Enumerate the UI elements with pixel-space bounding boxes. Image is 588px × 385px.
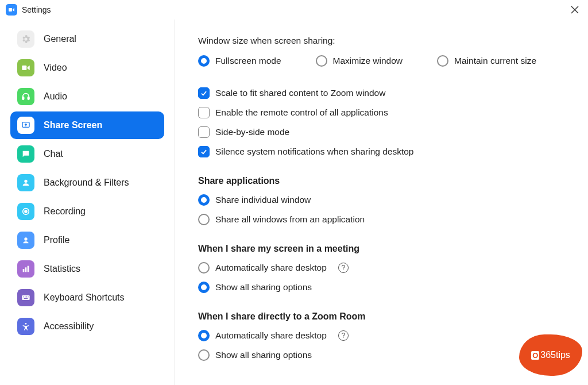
sidebar-item-label: Keyboard Shortcuts xyxy=(44,292,125,303)
radio-share-individual[interactable]: Share individual window xyxy=(198,194,565,206)
share-screen-icon xyxy=(17,117,34,134)
radio-fullscreen[interactable]: Fullscreen mode xyxy=(198,55,281,67)
share-apps-heading: Share applications xyxy=(198,176,565,186)
radio-icon xyxy=(198,55,210,67)
radio-meeting-showall[interactable]: Show all sharing options xyxy=(198,282,565,293)
sidebar-item-label: Video xyxy=(44,63,67,73)
profile-icon xyxy=(17,232,34,249)
radio-zoomroom-showall[interactable]: Show all sharing options xyxy=(198,349,565,361)
sidebar-item-label: Chat xyxy=(44,149,63,159)
watermark-prefix: O xyxy=(531,351,539,360)
radio-icon xyxy=(198,214,210,225)
headphones-icon xyxy=(17,88,34,105)
svg-rect-11 xyxy=(23,269,25,272)
sidebar-item-label: Recording xyxy=(44,206,86,217)
check-label: Side-by-side mode xyxy=(215,127,289,137)
sidebar-item-label: Statistics xyxy=(44,264,80,274)
sidebar-item-keyboard[interactable]: Keyboard Shortcuts xyxy=(10,284,164,311)
radio-label: Maintain current size xyxy=(454,56,536,66)
zoomroom-heading: When I share directly to a Zoom Room xyxy=(198,311,565,322)
check-label: Silence system notifications when sharin… xyxy=(215,147,414,157)
svg-point-10 xyxy=(24,237,27,240)
svg-point-20 xyxy=(25,323,27,325)
help-icon[interactable]: ? xyxy=(338,330,349,341)
check-label: Scale to fit shared content to Zoom wind… xyxy=(215,88,385,98)
accessibility-icon xyxy=(17,318,34,335)
radio-share-all[interactable]: Share all windows from an application xyxy=(198,214,565,225)
radio-icon xyxy=(316,55,327,67)
radio-label: Share all windows from an application xyxy=(215,214,365,225)
check-silence[interactable]: Silence system notifications when sharin… xyxy=(198,146,565,157)
gear-icon xyxy=(17,30,34,48)
check-scale[interactable]: Scale to fit shared content to Zoom wind… xyxy=(198,87,565,99)
svg-rect-17 xyxy=(26,297,27,297)
content-pane: Window size when screen sharing: Fullscr… xyxy=(175,20,588,385)
window-size-label: Window size when screen sharing: xyxy=(198,36,565,46)
sidebar-item-label: Audio xyxy=(44,91,67,102)
svg-rect-3 xyxy=(22,66,26,70)
radio-label: Automatically share desktop xyxy=(215,263,327,273)
watermark-text: 365tips xyxy=(540,350,570,360)
svg-rect-12 xyxy=(25,267,27,272)
meeting-heading: When I share my screen in a meeting xyxy=(198,244,565,254)
sidebar-item-statistics[interactable]: Statistics xyxy=(10,255,164,283)
sidebar-item-label: Share Screen xyxy=(44,120,102,130)
window-title: Settings xyxy=(22,5,51,14)
sidebar-item-general[interactable]: General xyxy=(10,25,164,53)
chat-icon xyxy=(17,145,34,163)
radio-icon xyxy=(198,262,210,274)
sidebar-item-label: General xyxy=(44,34,76,44)
close-button[interactable] xyxy=(568,3,581,16)
radio-label: Show all sharing options xyxy=(215,282,312,292)
radio-label: Fullscreen mode xyxy=(215,56,281,66)
radio-label: Share individual window xyxy=(215,195,311,205)
sidebar-item-background[interactable]: Background & Filters xyxy=(10,169,164,197)
sidebar-item-chat[interactable]: Chat xyxy=(10,140,164,168)
person-icon xyxy=(17,174,34,191)
checkbox-icon xyxy=(198,146,210,157)
svg-rect-0 xyxy=(9,8,12,11)
sidebar-item-recording[interactable]: Recording xyxy=(10,198,164,225)
radio-zoomroom-auto[interactable]: Automatically share desktop ? xyxy=(198,330,565,341)
help-icon[interactable]: ? xyxy=(338,263,349,273)
radio-label: Maximize window xyxy=(333,56,403,66)
sidebar-item-label: Profile xyxy=(44,235,69,245)
svg-rect-13 xyxy=(28,266,29,272)
sidebar-item-share-screen[interactable]: Share Screen xyxy=(10,111,164,139)
checkbox-icon xyxy=(198,107,210,118)
radio-icon xyxy=(198,349,210,361)
svg-point-7 xyxy=(24,180,27,183)
radio-label: Show all sharing options xyxy=(215,350,312,360)
svg-rect-14 xyxy=(22,295,29,300)
sidebar-item-accessibility[interactable]: Accessibility xyxy=(10,313,164,340)
radio-maximize[interactable]: Maximize window xyxy=(316,55,403,67)
radio-label: Automatically share desktop xyxy=(215,330,327,341)
radio-maintain[interactable]: Maintain current size xyxy=(437,55,536,67)
svg-rect-15 xyxy=(23,297,24,297)
radio-icon xyxy=(437,55,448,67)
svg-point-9 xyxy=(25,210,27,213)
check-remote[interactable]: Enable the remote control of all applica… xyxy=(198,107,565,118)
svg-rect-18 xyxy=(28,297,28,297)
video-icon xyxy=(17,59,34,76)
svg-rect-4 xyxy=(22,97,24,100)
check-sidebyside[interactable]: Side-by-side mode xyxy=(198,126,565,138)
sidebar: General Video Audio Share Screen Chat xyxy=(0,20,175,385)
checkbox-icon xyxy=(198,87,210,99)
radio-meeting-auto[interactable]: Automatically share desktop ? xyxy=(198,262,565,274)
svg-rect-5 xyxy=(28,97,29,100)
sidebar-item-label: Background & Filters xyxy=(44,178,129,188)
sidebar-item-audio[interactable]: Audio xyxy=(10,83,164,110)
record-icon xyxy=(17,203,34,220)
titlebar: Settings xyxy=(0,0,588,20)
checkbox-icon xyxy=(198,126,210,138)
app-icon xyxy=(6,4,17,16)
sidebar-item-video[interactable]: Video xyxy=(10,54,164,82)
stats-icon xyxy=(17,260,34,278)
sidebar-item-label: Accessibility xyxy=(44,321,94,332)
svg-rect-16 xyxy=(25,297,25,297)
sidebar-item-profile[interactable]: Profile xyxy=(10,226,164,254)
radio-icon xyxy=(198,330,210,341)
radio-icon xyxy=(198,282,210,293)
check-label: Enable the remote control of all applica… xyxy=(215,107,388,118)
